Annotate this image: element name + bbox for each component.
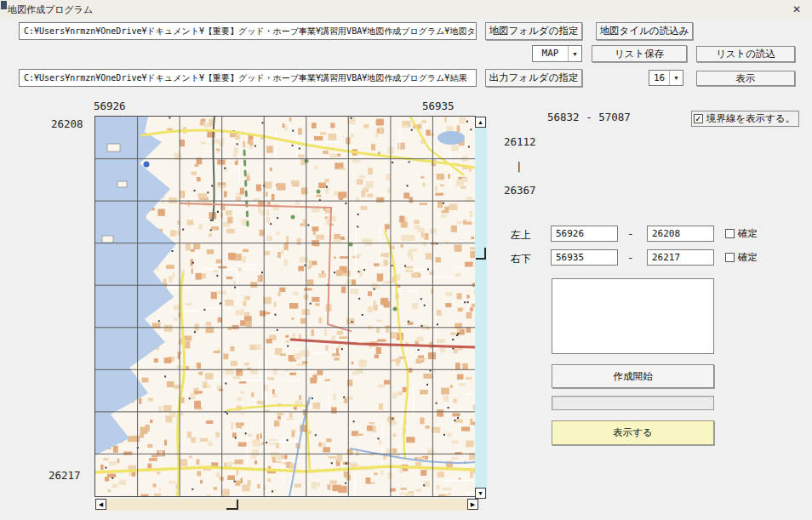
top-left-y-field[interactable]: 26208	[647, 226, 714, 242]
bottom-right-confirm-label: 確定	[738, 251, 758, 264]
map-bottom-y-label: 26217	[49, 469, 81, 482]
list-save-button[interactable]: リスト保存	[592, 45, 687, 62]
close-icon[interactable]: ✕	[786, 2, 807, 17]
map-folder-select-button[interactable]: 地図フォルダの指定	[485, 22, 582, 40]
scroll-up-icon[interactable]: ▲	[475, 117, 486, 128]
display-map-button[interactable]: 表示する	[552, 420, 714, 445]
map-top-y-label: 26208	[51, 117, 83, 130]
window-title: 地図作成プログラム	[8, 3, 93, 16]
map-horizontal-scrollbar[interactable]: ◀ ▶	[95, 499, 478, 511]
checkbox-checked-icon[interactable]: ✓	[694, 114, 703, 123]
top-left-row-label: 左上	[511, 228, 531, 243]
bottom-right-dash: -	[627, 251, 634, 264]
output-folder-path-field[interactable]: C:¥Users¥nrmzn¥OneDrive¥ドキュメント¥【重要】グッド・ホ…	[19, 69, 477, 87]
top-left-confirm-checkbox[interactable]: 確定	[725, 227, 758, 240]
scroll-left-icon[interactable]: ◀	[95, 499, 106, 510]
vertical-scroll-thumb[interactable]	[476, 248, 486, 260]
scroll-right-icon[interactable]: ▶	[467, 499, 478, 510]
bottom-right-confirm-checkbox[interactable]: 確定	[725, 251, 758, 264]
top-left-dash: -	[627, 227, 634, 240]
topographic-map-image	[95, 117, 475, 496]
map-top-left-x-label: 56926	[94, 100, 126, 112]
y-range-separator: |	[516, 160, 523, 173]
bottom-right-x-field[interactable]: 56935	[551, 249, 618, 266]
y-tile-max-label: 26367	[504, 184, 536, 197]
map-top-right-x-label: 56935	[422, 100, 455, 112]
map-creation-program-window: 地図作成プログラム ✕ C:¥Users¥nrmzn¥OneDrive¥ドキュメ…	[0, 0, 812, 520]
checkbox-unchecked-icon[interactable]	[725, 229, 735, 238]
map-vertical-scrollbar[interactable]: ▲ ▼	[475, 117, 487, 499]
bottom-right-y-field[interactable]: 26217	[647, 249, 714, 266]
boundary-line-checkbox[interactable]: ✓ 境界線を表示する。	[691, 111, 799, 127]
chevron-down-icon[interactable]: ▼	[669, 71, 683, 85]
show-button[interactable]: 表示	[696, 71, 795, 86]
checkbox-unchecked-icon[interactable]	[725, 253, 735, 262]
map-type-combo[interactable]: MAP ▼	[532, 45, 582, 62]
x-tile-range-label: 56832 - 57087	[547, 111, 631, 123]
top-left-x-field[interactable]: 56926	[551, 226, 618, 242]
scroll-down-icon[interactable]: ▼	[475, 488, 486, 499]
output-folder-select-button[interactable]: 出力フォルダの指定	[485, 69, 582, 87]
titlebar: 地図作成プログラム ✕	[0, 0, 812, 19]
y-tile-min-label: 26112	[504, 135, 536, 148]
map-tile-folder-path-field[interactable]: C:¥Users¥nrmzn¥OneDrive¥ドキュメント¥【重要】グッド・ホ…	[19, 22, 477, 40]
boundary-line-checkbox-label: 境界線を表示する。	[706, 112, 795, 125]
zoom-level-combo[interactable]: 16 ▼	[649, 70, 683, 86]
map-viewport[interactable]	[95, 117, 475, 496]
chevron-down-icon[interactable]: ▼	[568, 46, 581, 61]
app-icon	[1, 1, 7, 9]
horizontal-scroll-thumb[interactable]	[226, 500, 238, 510]
zoom-level-combo-value: 16	[649, 71, 669, 85]
tile-load-button[interactable]: 地図タイルの読込み	[596, 22, 693, 40]
top-left-confirm-label: 確定	[738, 227, 758, 240]
progress-bar	[552, 396, 714, 410]
start-creation-button[interactable]: 作成開始	[552, 364, 714, 388]
map-type-combo-value: MAP	[533, 46, 568, 61]
tile-listbox[interactable]	[552, 278, 714, 354]
list-load-button[interactable]: リストの読込	[696, 46, 795, 62]
bottom-right-row-label: 右下	[511, 252, 531, 266]
